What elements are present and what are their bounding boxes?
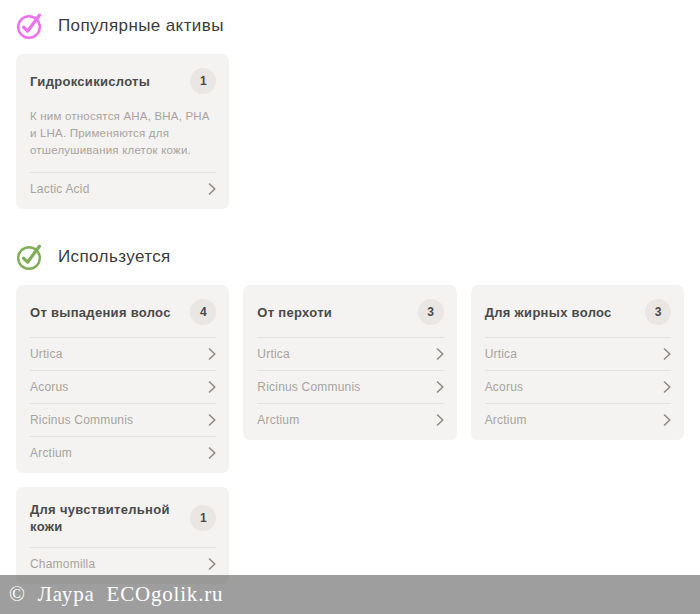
card-header: От выпадения волос 4 [30,285,216,337]
card-description: К ним относятся AHA, BHA, PHA и LHA. При… [30,106,216,172]
chevron-right-icon [663,348,671,360]
watermark-bar: © Лаура ECOgolik.ru [0,575,700,614]
section-header-popular-actives: Популярные активы [16,12,684,40]
check-circle-icon [16,12,45,40]
list-item-label: Urtica [485,347,518,361]
list-item-urtica[interactable]: Urtica [257,337,443,370]
list-item-label: Arctium [30,446,72,460]
chevron-right-icon [208,348,216,360]
copyright-symbol: © [9,582,26,607]
chevron-right-icon [436,414,444,426]
card-title: Для жирных волос [485,304,612,321]
used-for-grid: От выпадения волос 4 Urtica Acorus Ricin… [16,285,684,584]
chevron-right-icon [436,381,444,393]
count-badge: 1 [190,68,216,94]
section-title: Используется [58,247,171,267]
list-item-label: Lactic Acid [30,182,90,196]
page-content: Популярные активы Гидроксикислоты 1 К ни… [0,0,700,584]
count-badge: 4 [190,299,216,325]
chevron-right-icon [663,381,671,393]
list-item-label: Urtica [257,347,290,361]
list-item-lactic-acid[interactable]: Lactic Acid [30,172,216,205]
count-badge: 1 [190,505,216,531]
list-item-label: Acorus [485,380,524,394]
section-title: Популярные активы [58,16,224,36]
list-item-arctium[interactable]: Arctium [257,403,443,436]
card-header: Для жирных волос 3 [485,285,671,337]
watermark-author: Лаура [38,582,95,607]
list-item-label: Chamomilla [30,557,95,571]
card-header: Для чувствительной кожи 1 [30,487,216,547]
list-item-label: Urtica [30,347,63,361]
list-item-acorus[interactable]: Acorus [30,370,216,403]
chevron-right-icon [208,381,216,393]
list-item-urtica[interactable]: Urtica [485,337,671,370]
count-badge: 3 [418,299,444,325]
card-title: От перхоти [257,304,332,321]
watermark-site: ECOgolik.ru [107,582,224,607]
list-item-label: Acorus [30,380,69,394]
card-title: Для чувствительной кожи [30,501,180,535]
list-item-acorus[interactable]: Acorus [485,370,671,403]
card-header: От перхоти 3 [257,285,443,337]
list-item-arctium[interactable]: Arctium [485,403,671,436]
category-card-hair-loss: От выпадения волос 4 Urtica Acorus Ricin… [16,285,229,473]
list-item-ricinus-communis[interactable]: Ricinus Communis [257,370,443,403]
chevron-right-icon [208,183,216,195]
chevron-right-icon [208,447,216,459]
section-header-used-for: Используется [16,243,684,271]
category-card-hydroxy-acids: Гидроксикислоты 1 К ним относятся AHA, B… [16,54,229,209]
check-circle-icon [16,243,45,271]
list-item-arctium[interactable]: Arctium [30,436,216,469]
category-card-dandruff: От перхоти 3 Urtica Ricinus Communis Arc… [243,285,456,440]
chevron-right-icon [436,348,444,360]
list-item-urtica[interactable]: Urtica [30,337,216,370]
count-badge: 3 [645,299,671,325]
list-item-label: Ricinus Communis [30,413,133,427]
category-card-sensitive-skin: Для чувствительной кожи 1 Chamomilla [16,487,229,584]
popular-actives-grid: Гидроксикислоты 1 К ним относятся AHA, B… [16,54,684,209]
list-item-label: Arctium [485,413,527,427]
list-item-label: Arctium [257,413,299,427]
chevron-right-icon [663,414,671,426]
chevron-right-icon [208,414,216,426]
list-item-ricinus-communis[interactable]: Ricinus Communis [30,403,216,436]
list-item-label: Ricinus Communis [257,380,360,394]
category-card-oily-hair: Для жирных волос 3 Urtica Acorus Arctium [471,285,684,440]
chevron-right-icon [208,558,216,570]
card-header: Гидроксикислоты 1 [30,54,216,106]
card-title: Гидроксикислоты [30,73,150,90]
card-title: От выпадения волос [30,304,171,321]
